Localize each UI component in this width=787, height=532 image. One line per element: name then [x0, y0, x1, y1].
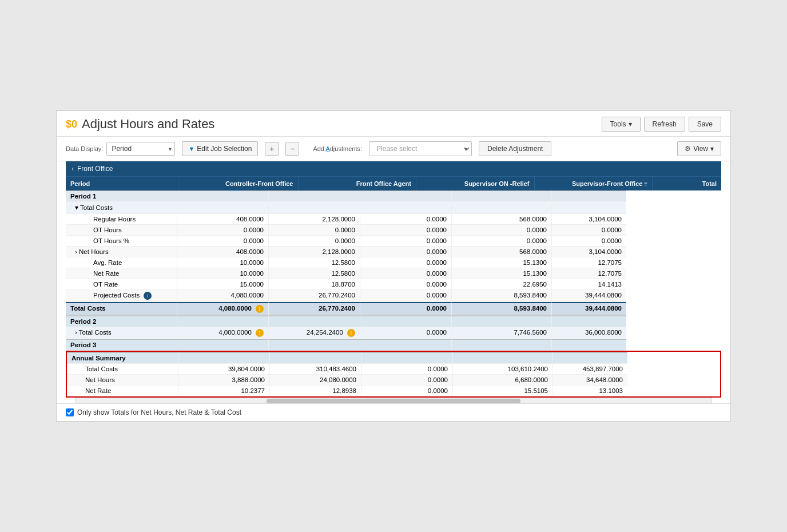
data-display-group: Data Display: Period — [66, 142, 175, 156]
back-arrow-icon[interactable]: ‹ — [71, 165, 74, 173]
edit-job-selection-button[interactable]: ▼ Edit Job Selection — [182, 141, 258, 156]
table-data-grid: Period 1 ▾ Total Costs — [66, 190, 721, 351]
cell: 568.0000 — [452, 214, 552, 225]
header-bar: $0 Adjust Hours and Rates Tools ▾ Refres… — [57, 111, 730, 137]
cell: 408.0000 — [177, 214, 269, 225]
save-button[interactable]: Save — [689, 117, 721, 132]
group-header-label: Front Office — [77, 165, 113, 173]
period1-label: Period 1 — [66, 190, 177, 202]
remove-button[interactable]: − — [285, 142, 299, 156]
info-icon[interactable]: i — [144, 292, 152, 300]
cell: 3,104.0000 — [552, 214, 626, 225]
refresh-button[interactable]: Refresh — [644, 117, 685, 132]
period-select[interactable]: Period — [106, 142, 175, 156]
view-button[interactable]: ⚙ View ▾ — [677, 141, 721, 156]
warning-icon: ! — [256, 329, 264, 337]
scrollbar-thumb — [267, 399, 521, 403]
gear-icon: ⚙ — [685, 145, 691, 153]
add-adjustments-label: Add Adjustments: — [313, 145, 362, 152]
totals-checkbox[interactable] — [66, 408, 74, 416]
annual-summary-grid: Annual Summary Total Costs 39,804.0000 3… — [67, 352, 720, 396]
col-header-controller: Controller-Front Office — [180, 177, 299, 190]
main-panel: $0 Adjust Hours and Rates Tools ▾ Refres… — [56, 110, 731, 422]
collapse-arrow[interactable]: ▾ — [75, 204, 78, 211]
delete-adjustment-button[interactable]: Delete Adjustment — [479, 141, 551, 156]
checkbox-bar: Only show Totals for Net Hours, Net Rate… — [57, 403, 730, 421]
add-button[interactable]: + — [265, 142, 279, 156]
chevron-down-icon: ▾ — [710, 145, 714, 153]
cell: 2,128.0000 — [269, 214, 360, 225]
title-area: $0 Adjust Hours and Rates — [66, 117, 214, 132]
toolbar: Data Display: Period ▼ Edit Job Selectio… — [57, 137, 730, 161]
warning-icon: ! — [256, 305, 264, 313]
col-header-total: Total — [653, 177, 721, 190]
filter-icon: ▼ — [188, 145, 194, 152]
adjustments-select[interactable]: Please select — [369, 141, 472, 156]
annual-summary-section: Annual Summary Total Costs 39,804.0000 3… — [66, 351, 721, 398]
column-header-row: Period Controller-Front Office Front Off… — [66, 176, 721, 190]
col-header-agent: Front Office Agent — [299, 177, 417, 190]
expand-arrow[interactable]: › — [75, 248, 77, 255]
data-display-label: Data Display: — [66, 145, 103, 152]
col-header-supervisor-fo: Supervisor-Front Office — [535, 177, 653, 190]
cell: 0.0000 — [360, 214, 452, 225]
totals-checkbox-label: Only show Totals for Net Hours, Net Rate… — [77, 408, 241, 416]
table-container: ‹ Front Office Period Controller-Front O… — [66, 161, 721, 403]
table-scroll-area[interactable]: Period 1 ▾ Total Costs — [66, 190, 721, 398]
regular-hours-label: Regular Hours — [66, 214, 177, 225]
col-header-period: Period — [66, 177, 180, 190]
header-buttons: Tools ▾ Refresh Save — [602, 117, 721, 132]
group-header-row: ‹ Front Office — [66, 161, 721, 176]
dollar-icon: $0 — [66, 118, 77, 130]
period-select-wrapper: Period — [106, 142, 175, 156]
tools-button[interactable]: Tools ▾ — [602, 117, 641, 132]
please-select-wrapper: Please select — [369, 141, 472, 156]
col-header-supervisor-relief: Supervisor ON -Relief — [416, 177, 535, 190]
page-title: Adjust Hours and Rates — [82, 117, 214, 132]
expand-arrow[interactable]: › — [75, 329, 77, 336]
horizontal-scrollbar[interactable] — [75, 398, 712, 403]
warning-icon: ! — [347, 329, 355, 337]
